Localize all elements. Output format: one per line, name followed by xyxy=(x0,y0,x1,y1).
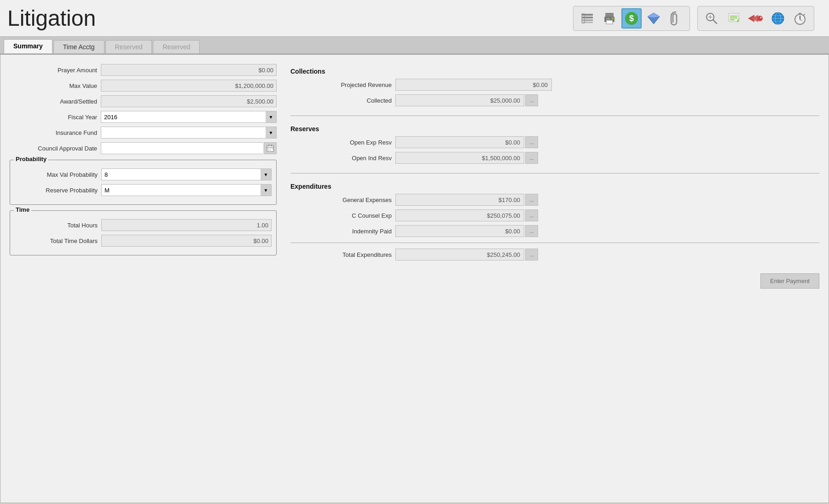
open-ind-resv-dots-btn[interactable]: ... xyxy=(525,152,538,164)
max-val-probability-select[interactable]: 8 123 456 7910 xyxy=(101,168,272,180)
collections-reserves-divider xyxy=(290,116,819,116)
prayer-amount-label: Prayer Amount xyxy=(10,67,97,74)
open-exp-resv-dots-btn[interactable]: ... xyxy=(525,136,538,148)
calendar-btn[interactable] xyxy=(264,142,277,154)
indemnity-paid-dots-btn[interactable]: ... xyxy=(525,225,538,237)
open-exp-resv-row: Open Exp Resv ... xyxy=(290,136,819,148)
total-expenditures-row: Total Expenditures ... xyxy=(290,249,819,261)
max-val-probability-wrapper: 8 123 456 7910 ▼ xyxy=(101,168,272,180)
reserve-probability-row: Reserve Probability M LH ▼ xyxy=(10,184,272,196)
enter-payment-btn[interactable]: Enter Payment xyxy=(760,273,819,289)
fiscal-year-label: Fiscal Year xyxy=(10,114,97,121)
total-expenditures-input[interactable] xyxy=(395,249,524,261)
tab-reserved-1: Reserved xyxy=(105,40,152,53)
general-expenses-dots-btn[interactable]: ... xyxy=(525,194,538,206)
max-value-input[interactable] xyxy=(101,80,277,92)
projected-revenue-row: Projected Revenue xyxy=(290,79,819,91)
reserves-section: Reserves Open Exp Resv ... Open Ind Resv… xyxy=(290,122,819,168)
svg-rect-40 xyxy=(271,145,272,146)
award-settled-input[interactable] xyxy=(101,95,277,107)
expenditures-title: Expenditures xyxy=(290,183,819,190)
award-settled-row: Award/Settled xyxy=(10,95,277,107)
globe-btn[interactable] xyxy=(768,8,788,29)
collected-dots-btn[interactable]: ... xyxy=(525,94,538,106)
svg-marker-13 xyxy=(648,13,660,17)
paperclip-btn[interactable] xyxy=(666,8,686,29)
svg-rect-44 xyxy=(268,150,269,151)
council-approval-date-row: Council Approval Date xyxy=(10,142,277,154)
edit-btn[interactable] xyxy=(724,8,744,29)
projected-revenue-input[interactable] xyxy=(395,79,552,91)
tab-time-acctg[interactable]: Time Acctg xyxy=(53,40,104,53)
insurance-fund-wrapper: ▼ xyxy=(101,127,277,139)
fiscal-year-wrapper: 2016 2017 2018 ▼ xyxy=(101,111,277,123)
total-time-dollars-input[interactable] xyxy=(101,235,272,247)
c-counsel-exp-input[interactable] xyxy=(395,209,524,221)
c-counsel-exp-dots-btn[interactable]: ... xyxy=(525,209,538,221)
reserves-title: Reserves xyxy=(290,125,819,133)
council-approval-date-input[interactable] xyxy=(101,142,263,154)
back-btn[interactable] xyxy=(746,8,766,29)
open-ind-resv-input[interactable] xyxy=(395,152,524,164)
svg-rect-7 xyxy=(606,20,613,24)
projected-revenue-label: Projected Revenue xyxy=(290,81,392,88)
insurance-fund-label: Insurance Fund xyxy=(10,129,97,136)
total-hours-label: Total Hours xyxy=(10,222,98,229)
collections-section: Collections Projected Revenue Collected … xyxy=(290,64,819,110)
header: Litigation $ xyxy=(0,0,829,37)
total-expenditures-dots-btn[interactable]: ... xyxy=(525,249,538,261)
time-legend: Time xyxy=(14,206,31,213)
total-time-dollars-row: Total Time Dollars xyxy=(10,235,272,247)
page-title: Litigation xyxy=(7,6,96,31)
timer-btn[interactable] xyxy=(790,8,810,29)
reserve-probability-wrapper: M LH ▼ xyxy=(101,184,272,196)
collected-input[interactable] xyxy=(395,94,524,106)
tab-summary[interactable]: Summary xyxy=(4,39,52,53)
c-counsel-exp-label: C Counsel Exp xyxy=(290,212,392,219)
list-view-btn[interactable] xyxy=(577,8,597,29)
collections-title: Collections xyxy=(290,68,819,75)
print-btn[interactable] xyxy=(599,8,620,29)
tab-reserved-2: Reserved xyxy=(153,40,200,53)
svg-rect-1 xyxy=(582,17,593,18)
reserve-probability-label: Reserve Probability xyxy=(10,187,98,194)
open-ind-resv-label: Open Ind Resv xyxy=(290,155,392,162)
insurance-fund-row: Insurance Fund ▼ xyxy=(10,127,277,139)
insurance-fund-select[interactable] xyxy=(101,127,277,139)
svg-point-26 xyxy=(760,17,762,18)
svg-point-9 xyxy=(612,17,614,19)
expenditures-section: Expenditures General Expenses ... C Coun… xyxy=(290,179,819,264)
award-settled-label: Award/Settled xyxy=(10,98,97,105)
max-val-probability-label: Max Val Probability xyxy=(10,171,98,178)
svg-rect-0 xyxy=(582,14,593,16)
svg-point-25 xyxy=(757,16,763,21)
indemnity-paid-input[interactable] xyxy=(395,225,524,237)
svg-rect-41 xyxy=(268,148,269,149)
general-expenses-input[interactable] xyxy=(395,194,524,206)
diamond-btn[interactable] xyxy=(643,8,664,29)
svg-line-36 xyxy=(804,14,805,15)
svg-rect-8 xyxy=(606,18,610,19)
main-content: Prayer Amount Max Value Award/Settled Fi… xyxy=(0,54,829,503)
total-hours-input[interactable] xyxy=(101,219,272,231)
prayer-amount-input[interactable] xyxy=(101,64,277,76)
svg-rect-43 xyxy=(272,148,272,149)
fiscal-year-select[interactable]: 2016 2017 2018 xyxy=(101,111,277,123)
max-value-label: Max Value xyxy=(10,82,97,89)
total-time-dollars-label: Total Time Dollars xyxy=(10,238,98,244)
expenditures-total-divider xyxy=(290,243,819,243)
open-exp-resv-input[interactable] xyxy=(395,136,524,148)
money-btn[interactable]: $ xyxy=(621,8,642,29)
reserve-probability-select[interactable]: M LH xyxy=(101,184,272,196)
max-value-row: Max Value xyxy=(10,80,277,92)
open-ind-resv-row: Open Ind Resv ... xyxy=(290,152,819,164)
collected-row: Collected ... xyxy=(290,94,819,106)
prayer-amount-row: Prayer Amount xyxy=(10,64,277,76)
probability-group: Probability Max Val Probability 8 123 45… xyxy=(10,160,277,205)
c-counsel-exp-row: C Counsel Exp ... xyxy=(290,209,819,221)
open-exp-resv-label: Open Exp Resv xyxy=(290,139,392,146)
search-btn[interactable] xyxy=(701,8,722,29)
reserves-expenditures-divider xyxy=(290,173,819,174)
svg-text:$: $ xyxy=(629,14,634,23)
total-expenditures-label: Total Expenditures xyxy=(290,251,392,258)
